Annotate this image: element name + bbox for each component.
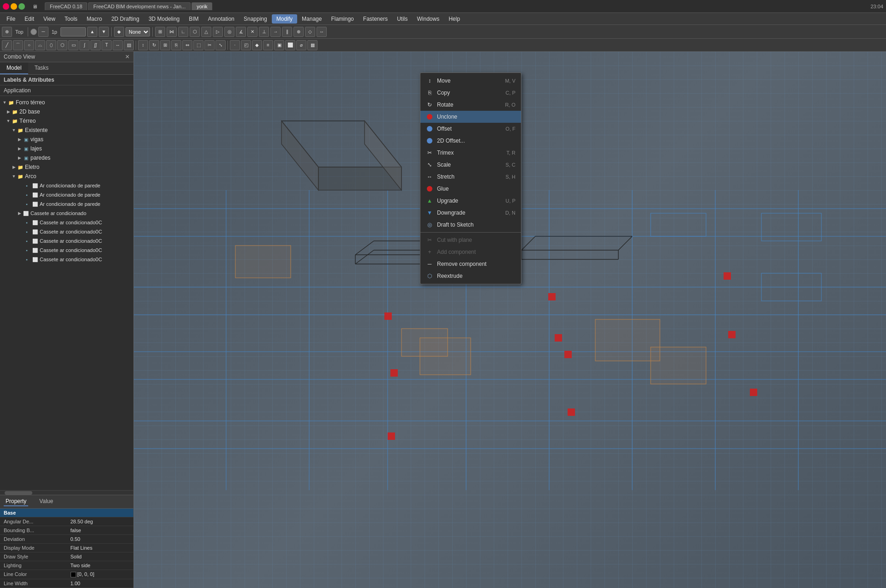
tree-item-cassete4[interactable]: ▪ ⬜ Cassete ar condicionado0C [0, 236, 133, 246]
snap-near[interactable]: ◇ [305, 27, 315, 37]
menu-item-windows[interactable]: Windows [413, 14, 444, 24]
menu-item-manage[interactable]: Manage [297, 14, 326, 24]
ctx-stretch[interactable]: ↔ Stretch S, H [420, 171, 521, 183]
draw-hatch[interactable]: ▤ [124, 40, 134, 50]
menu-item-fasteners[interactable]: Fasteners [359, 14, 392, 24]
scale-btn2[interactable]: ⤡ [216, 40, 226, 50]
tab-freecad[interactable]: FreeCAD 0.18 [45, 2, 87, 10]
prop-angular-value[interactable]: 28.50 deg [67, 517, 134, 526]
tree-item-cassete-main[interactable]: ▶ ⬜ Cassete ar condicionado [0, 209, 133, 218]
scale-up[interactable]: ▲ [87, 27, 97, 37]
scale-input[interactable]: 99.99 [60, 27, 86, 36]
ctx-rotate[interactable]: ↻ Rotate R, O [420, 99, 521, 111]
ctx-2doffset[interactable]: 2D Offset... [420, 135, 521, 147]
prop-linecolor-value[interactable]: [0, 0, 0] [67, 570, 134, 579]
color-picker[interactable] [30, 29, 37, 35]
snap-select[interactable]: None [126, 27, 150, 36]
tree-item-ar1[interactable]: ▪ ⬜ Ar condicionado de parede [0, 181, 133, 190]
menu-item-macro[interactable]: Macro [82, 14, 107, 24]
point-btn[interactable]: · [230, 40, 240, 50]
tree-arrow[interactable]: ▶ [17, 137, 22, 142]
draw-ellipse[interactable]: ⬯ [46, 40, 56, 50]
tree-item-terreo[interactable]: ▼ 📁 Térreo [0, 116, 133, 126]
ctx-unclone[interactable]: Unclone [420, 111, 521, 123]
move-btn[interactable]: ↕ [138, 40, 148, 50]
draw-bspline[interactable]: ∫ [79, 40, 90, 50]
menu-item-help[interactable]: Help [444, 14, 465, 24]
maximize-button[interactable] [18, 3, 25, 10]
tree-arrow[interactable]: ▶ [17, 156, 22, 160]
snap-btn[interactable]: ⋈ [167, 27, 177, 37]
tree-arrow[interactable]: ▼ [11, 174, 17, 179]
draw-dim[interactable]: ↔ [113, 40, 123, 50]
menu-item-view[interactable]: View [39, 14, 60, 24]
trimex-btn[interactable]: ✂ [204, 40, 215, 50]
menu-item-file[interactable]: File [2, 14, 20, 24]
snap-perp[interactable]: ⊥ [259, 27, 269, 37]
prop-displaymode-value[interactable]: Flat Lines [67, 543, 134, 552]
ctx-copy[interactable]: ⎘ Copy C, P [420, 87, 521, 99]
tab-user[interactable]: yorik [192, 2, 212, 10]
ctx-draft2sketch[interactable]: ◎ Draft to Sketch [420, 219, 521, 231]
minimize-button[interactable] [11, 3, 17, 10]
h-scrollbar-thumb[interactable] [5, 491, 32, 495]
snap-vertex[interactable]: △ [201, 27, 211, 37]
layer-btn[interactable]: ≡ [263, 40, 273, 50]
tab-model[interactable]: Model [0, 62, 28, 74]
snap-angle[interactable]: ∡ [236, 27, 246, 37]
scale-down[interactable]: ▼ [99, 27, 109, 37]
menu-item-tools[interactable]: Tools [60, 14, 82, 24]
prop-linewidth-value[interactable]: 1.00 [67, 579, 134, 588]
tree-item-arco[interactable]: ▼ 📁 Arco [0, 172, 133, 181]
draw-line[interactable]: ╱ [2, 40, 12, 50]
close-button[interactable] [3, 3, 9, 10]
menu-item-utils[interactable]: Utils [392, 14, 412, 24]
tab-news[interactable]: FreeCAD BIM development news - Jan... [88, 2, 191, 10]
snap-dropdown[interactable]: ◆ [114, 27, 124, 37]
menu-item-3d-modeling[interactable]: 3D Modeling [144, 14, 184, 24]
snap-all[interactable]: ⬡ [190, 27, 200, 37]
clone-btn[interactable]: ⎘ [171, 40, 181, 50]
draw-polygon[interactable]: ⬡ [57, 40, 67, 50]
tree-arrow[interactable]: ▶ [11, 165, 17, 169]
tree-item-existente[interactable]: ▼ 📁 Existente [0, 126, 133, 135]
ctx-reextrude[interactable]: ⬡ Reextrude [420, 270, 521, 282]
tree-item-cassete5[interactable]: ▪ ⬜ Cassete ar condicionado0C [0, 246, 133, 255]
snap-toggle[interactable]: ⊕ [2, 27, 12, 37]
rotate-btn[interactable]: ↻ [149, 40, 159, 50]
draw-wire[interactable]: ⌒ [13, 40, 23, 50]
tree-item-ar2[interactable]: ▪ ⬜ Ar condicionado de parede [0, 190, 133, 199]
tree-item-vigas[interactable]: ▶ ▣ vigas [0, 135, 133, 144]
snap-dim[interactable]: ↔ [317, 27, 327, 37]
draw-bspline2[interactable]: ∬ [90, 40, 101, 50]
ctx-glue[interactable]: Glue [420, 183, 521, 195]
menu-item-flamingo[interactable]: Flamingo [326, 14, 358, 24]
tree-item-paredes[interactable]: ▶ ▣ paredes [0, 153, 133, 162]
tree-item-lajes[interactable]: ▶ ▣ lajes [0, 144, 133, 153]
tree-arrow[interactable]: ▶ [17, 211, 22, 216]
prop-deviation-value[interactable]: 0.50 [67, 534, 134, 543]
tree-arrow[interactable]: ▼ [6, 119, 11, 123]
snap-parallel[interactable]: ∥ [282, 27, 292, 37]
offset-btn[interactable]: ⬚ [193, 40, 204, 50]
h-scrollbar[interactable] [0, 490, 133, 495]
snap-int[interactable]: ✕ [247, 27, 257, 37]
group-btn[interactable]: ▣ [274, 40, 284, 50]
menu-item-bim[interactable]: BIM [184, 14, 203, 24]
tree-arrow[interactable]: ▼ [11, 128, 17, 132]
ctx-upgrade[interactable]: ▲ Upgrade U, P [420, 195, 521, 207]
line-width-btn[interactable]: ─ [38, 27, 48, 37]
tree-item-ar3[interactable]: ▪ ⬜ Ar condicionado de parede [0, 199, 133, 209]
snap-special[interactable]: ⊕ [293, 27, 304, 37]
tree-arrow[interactable]: ▶ [6, 109, 11, 114]
draw-arc[interactable]: ⌓ [35, 40, 45, 50]
tree-item-cassete6[interactable]: ▪ ⬜ Cassete ar condicionado0C [0, 255, 133, 264]
shape2d-btn[interactable]: ▦ [307, 40, 317, 50]
menu-item-modify[interactable]: Modify [272, 14, 297, 24]
tree-item-cassete3[interactable]: ▪ ⬜ Cassete ar condicionado0C [0, 227, 133, 236]
mirror-btn[interactable]: ⇔ [182, 40, 192, 50]
tree-item-cassete2[interactable]: ▪ ⬜ Cassete ar condicionado0C [0, 218, 133, 227]
window-controls[interactable] [3, 3, 25, 10]
snap-edge[interactable]: ▷ [213, 27, 223, 37]
tree-item-eletro[interactable]: ▶ 📁 Eletro [0, 162, 133, 172]
